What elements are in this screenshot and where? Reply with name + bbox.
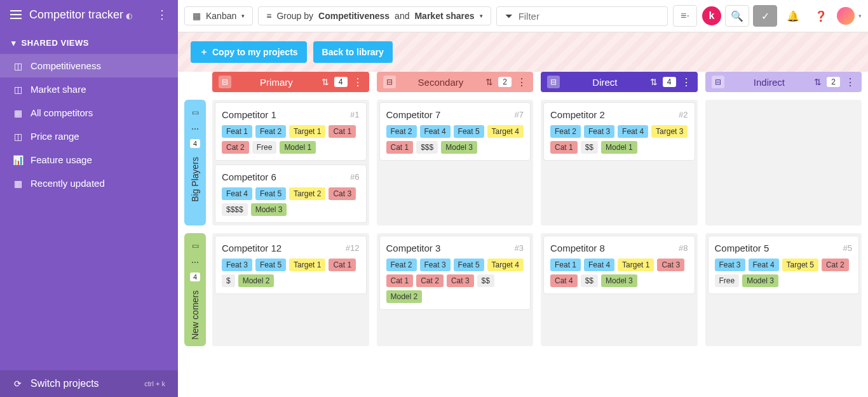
switch-projects-button[interactable]: ⟳ Switch projects ctrl + k [0,370,178,397]
card-number: #2 [679,110,688,119]
tag-target: Target 4 [487,259,524,271]
cell-new-indirect[interactable]: Competitor 5#5Feat 3Feat 4Target 5Cat 2F… [705,233,862,346]
card[interactable]: Competitor 12#12Feat 3Feat 5Target 1Cat … [215,236,367,294]
hamburger-icon[interactable] [10,10,22,19]
tag-model: Model 2 [386,290,423,303]
cell-new-secondary[interactable]: Competitor 3#3Feat 2Feat 3Feat 5Target 4… [377,233,534,346]
search-button[interactable]: 🔍 [725,5,749,27]
tag-target: Target 2 [289,187,325,200]
cell-big-secondary[interactable]: Competitor 7#7Feat 2Feat 4Feat 5Target 4… [377,100,534,225]
collapse-icon[interactable]: ⊟ [219,76,231,88]
copy-to-projects-button[interactable]: ＋ Copy to my projects [191,41,307,63]
column-menu-icon[interactable]: ⋮ [845,76,855,88]
card[interactable]: Competitor 8#8Feat 1Feat 4Target 1Cat 3C… [543,236,695,294]
cell-new-direct[interactable]: Competitor 8#8Feat 1Feat 4Target 1Cat 3C… [541,233,698,346]
sidebar-item-price-range[interactable]: ◫Price range [0,124,178,148]
card-title: Competitor 3 [386,243,441,253]
caret-down-icon[interactable]: ▾ [858,13,862,19]
filter-input-wrap[interactable]: ⏷ [496,6,668,26]
card[interactable]: Competitor 1#1Feat 1Feat 2Target 1Cat 1C… [215,102,367,161]
tag-model: Model 3 [742,274,778,287]
swimlane-header-new: ▭ ⋯ 4 New comers [184,233,206,346]
card[interactable]: Competitor 6#6Feat 4Feat 5Target 2Cat 3$… [215,165,367,223]
card-number: #7 [515,110,524,119]
card[interactable]: Competitor 2#2Feat 2Feat 3Feat 4Target 3… [543,102,695,161]
library-banner: ＋ Copy to my projects Back to library [178,32,868,72]
collapse-icon[interactable]: ⊟ [547,76,560,88]
tag-price: $ [222,274,235,287]
swimlane-menu-icon[interactable]: ⋯ [189,123,201,135]
cell-big-indirect[interactable] [705,100,862,225]
tag-feat: Feat 3 [420,259,451,271]
brand-k-button[interactable]: k [702,6,721,25]
sidebar-item-label: Competitiveness [31,60,101,71]
card-title: Competitor 6 [222,172,276,182]
card-number: #8 [679,243,688,253]
switch-projects-hint: ctrl + k [144,380,165,387]
sidebar-item-label: Feature usage [31,154,92,165]
collapse-icon[interactable]: ▭ [189,106,201,119]
swimlane-menu-icon[interactable]: ⋯ [189,256,201,269]
tag-target: Target 1 [618,259,654,271]
sort-icon[interactable]: ⇅ [485,77,493,87]
column-count: 4 [334,77,348,87]
sidebar-item-feature-usage[interactable]: 📊Feature usage [0,148,178,172]
card-tags: Feat 1Feat 4Target 1Cat 3Cat 4$$Model 3 [550,259,688,287]
tag-cat: Cat 1 [329,259,356,271]
help-button[interactable]: ❓ [809,5,833,27]
cell-big-direct[interactable]: Competitor 2#2Feat 2Feat 3Feat 4Target 3… [541,100,698,225]
column-count: 2 [827,77,840,87]
avatar[interactable] [837,7,855,25]
cell-big-primary[interactable]: Competitor 1#1Feat 1Feat 2Target 1Cat 1C… [212,100,369,225]
sidebar-item-competitiveness[interactable]: ◫Competitiveness [0,54,178,77]
tag-cat: Cat 3 [447,274,474,287]
shared-views-header[interactable]: ▾ SHARED VIEWS [0,29,178,54]
check-icon: ✓ [761,10,770,22]
column-title: Secondary [401,77,481,88]
column-count: 2 [498,77,512,87]
sidebar-more-icon[interactable]: ⋮ [156,8,168,22]
tag-feat: Feat 4 [618,125,648,138]
collapse-icon[interactable]: ⊟ [712,76,724,88]
card-title: Competitor 5 [715,243,770,253]
card-number: #3 [515,243,524,253]
column-menu-icon[interactable]: ⋮ [681,76,691,88]
tag-feat: Feat 4 [420,125,451,138]
tag-feat: Feat 4 [749,259,779,271]
column-menu-icon[interactable]: ⋮ [353,76,363,88]
section-label: SHARED VIEWS [22,38,89,48]
sidebar-item-recently-updated[interactable]: ▦Recently updated [0,172,178,195]
filter-input[interactable] [519,11,660,22]
view-selector[interactable]: ▦ Kanban ▾ [184,6,253,25]
tag-feat: Feat 3 [715,259,745,271]
notifications-button[interactable]: 🔔 [781,5,805,27]
back-to-library-button[interactable]: Back to library [313,41,393,63]
tag-price: $$$$ [222,203,248,216]
swimlane-new: ▭ ⋯ 4 New comersCompetitor 12#12Feat 3Fe… [184,233,862,346]
group-by-selector[interactable]: ≡ Group by Competitiveness and Market sh… [258,6,491,25]
sort-icon[interactable]: ⇅ [322,77,329,87]
tag-cat: Cat 1 [386,141,414,154]
sidebar-item-all-competitors[interactable]: ▦All competitors [0,101,178,124]
tag-feat: Feat 2 [386,259,417,271]
card-title: Competitor 12 [222,243,281,253]
swimlane-count: 4 [190,139,200,148]
card[interactable]: Competitor 3#3Feat 2Feat 3Feat 5Target 4… [379,236,531,310]
topbar: ▦ Kanban ▾ ≡ Group by Competitiveness an… [178,0,868,32]
checkbox-button[interactable]: ✓ [753,5,777,27]
project-title[interactable]: Competitor tracker◐ [29,8,149,22]
sidebar-item-market-share[interactable]: ◫Market share [0,77,178,101]
cell-new-primary[interactable]: Competitor 12#12Feat 3Feat 5Target 1Cat … [212,233,369,346]
sort-icon[interactable]: ⇅ [814,77,822,87]
sort-icon[interactable]: ⇅ [650,77,658,87]
columns-icon: ◫ [13,84,23,95]
card[interactable]: Competitor 7#7Feat 2Feat 4Feat 5Target 4… [379,102,531,161]
tag-feat: Feat 5 [454,125,484,138]
collapse-icon[interactable]: ▭ [189,239,201,252]
tag-price: Free [715,274,740,287]
collapse-icon[interactable]: ⊟ [383,76,396,88]
settings-sliders-button[interactable]: ≡· [673,5,697,27]
column-menu-icon[interactable]: ⋮ [517,76,527,88]
card[interactable]: Competitor 5#5Feat 3Feat 4Target 5Cat 2F… [708,236,860,294]
card-number: #1 [350,110,359,119]
